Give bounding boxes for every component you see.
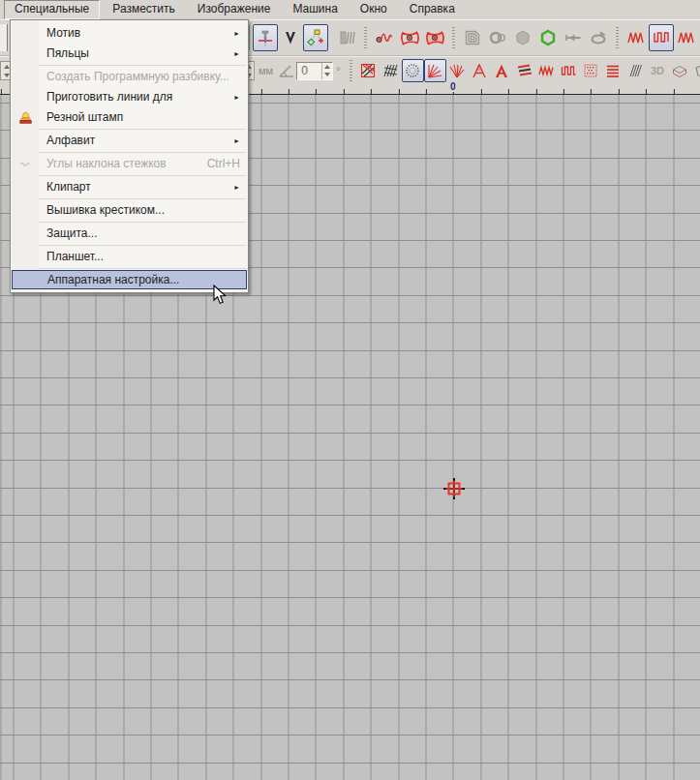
- angle-icon: [277, 62, 296, 79]
- menu-item-tablet[interactable]: Планшет...: [11, 247, 248, 267]
- special-menu-popup: Мотив ► Пяльцы ► Создать Программную раз…: [10, 19, 249, 293]
- thin-hatch-button[interactable]: [624, 59, 647, 82]
- letter-a-outline-button[interactable]: [469, 59, 491, 82]
- cross-hatch-dark-icon: [381, 62, 399, 79]
- submenu-arrow-icon: ►: [233, 177, 240, 197]
- menu-item-stitch-angles: Углы наклона стежков Ctrl+H: [11, 154, 248, 174]
- square-wave-button[interactable]: [649, 24, 674, 51]
- degree-label: °: [336, 65, 340, 76]
- toolbar-gripper: [616, 27, 619, 48]
- dotted-circle-button[interactable]: [402, 59, 424, 82]
- angle-spinner[interactable]: [321, 63, 332, 79]
- menubar-item-arrange[interactable]: Разместить: [103, 0, 185, 19]
- burst-button[interactable]: [446, 59, 469, 82]
- rotate-icon: [589, 28, 608, 47]
- toolbar-gripper: [350, 60, 352, 81]
- cross-hatch-red-button[interactable]: [357, 59, 380, 82]
- dotted-square-icon: [582, 62, 599, 79]
- letter-a-filled-icon: [493, 62, 510, 79]
- menu-item-motif[interactable]: Мотив ►: [11, 23, 248, 44]
- region-filled-icon: [424, 28, 445, 47]
- menu-separator: [13, 222, 246, 223]
- menu-item-carve-stamp[interactable]: Резной штамп: [11, 107, 248, 128]
- submenu-arrow-icon: ►: [233, 87, 240, 107]
- rays-button[interactable]: [424, 59, 446, 82]
- unit-label: мм: [259, 65, 273, 76]
- menu-item-cross-stitch[interactable]: Вышивка крестиком...: [11, 200, 248, 221]
- hexagon-filled-icon: [513, 28, 533, 47]
- needle-transform-icon: [256, 28, 275, 47]
- rays-icon: [426, 62, 443, 79]
- angle-input[interactable]: 0: [296, 62, 333, 80]
- hexagon-filled-button[interactable]: [510, 24, 535, 51]
- menubar-item-window[interactable]: Окно: [350, 0, 397, 19]
- thin-hatch-icon: [626, 62, 644, 79]
- region-filled-button[interactable]: [422, 24, 447, 51]
- letter-a-filled-button[interactable]: [491, 59, 513, 82]
- menu-item-program-split: Создать Программную разбивку...: [11, 67, 248, 87]
- concentric-fill-icon: [463, 28, 482, 47]
- menu-item-hardware-setup[interactable]: Аппаратная настройка...: [12, 270, 247, 289]
- toolbar-edge-button[interactable]: [0, 24, 8, 51]
- needle-point-icon: [281, 28, 300, 47]
- clipped-edge-button[interactable]: [691, 59, 700, 82]
- menu-separator: [13, 175, 246, 176]
- horizontal-lines-button[interactable]: [602, 59, 624, 82]
- burst-icon: [448, 62, 466, 79]
- square-wave-icon: [652, 28, 671, 47]
- rotate-button[interactable]: [586, 24, 611, 51]
- concentric-fill-button[interactable]: [460, 24, 485, 51]
- menubar-item-machine[interactable]: Машина: [283, 0, 347, 19]
- menubar-item-help[interactable]: Справка: [400, 0, 465, 19]
- motif-run-icon: [375, 28, 394, 47]
- toolbar-gripper: [452, 27, 455, 48]
- menu-separator: [13, 129, 246, 130]
- dotted-circle-icon: [404, 62, 421, 79]
- three-d-button[interactable]: 3D: [647, 59, 669, 82]
- ruler-origin-label: 0: [449, 81, 457, 92]
- needle-transform-button[interactable]: [253, 24, 278, 51]
- eyelet-icon: [488, 28, 507, 47]
- toolbar-gripper: [364, 27, 367, 48]
- node-edit-button[interactable]: [303, 24, 328, 51]
- horizontal-lines-icon: [604, 62, 622, 79]
- hexagon-outline-button[interactable]: [535, 24, 561, 51]
- dotted-square-button[interactable]: [580, 59, 602, 82]
- slant-stripes-icon: [515, 62, 533, 79]
- cross-hatch-dark-button[interactable]: [380, 59, 402, 82]
- submenu-arrow-icon: ►: [233, 23, 240, 44]
- zigzag-dense-button[interactable]: [624, 24, 649, 51]
- angle-value: 0: [297, 64, 321, 77]
- menu-separator: [13, 152, 246, 153]
- arrow-left-icon: [563, 28, 583, 47]
- slant-stripes-button[interactable]: [513, 59, 535, 82]
- arrow-left-button[interactable]: [561, 24, 586, 51]
- lamella-icon: [337, 28, 356, 47]
- zigzag-clipped-button[interactable]: [674, 24, 699, 51]
- needle-point-button[interactable]: [278, 24, 303, 51]
- region-outline-button[interactable]: [397, 24, 422, 51]
- application-window: Специальные Разместить Изображение Машин…: [0, 0, 700, 780]
- menubar-item-special[interactable]: Специальные: [4, 0, 100, 19]
- menu-item-alphabet[interactable]: Алфавит ►: [11, 131, 248, 151]
- mouse-cursor: [213, 285, 228, 306]
- envelope-button[interactable]: [669, 59, 691, 82]
- menu-item-protection[interactable]: Защита...: [11, 224, 248, 244]
- menubar-item-image[interactable]: Изображение: [188, 0, 281, 19]
- eyelet-button[interactable]: [485, 24, 510, 51]
- clipped-icon: [693, 62, 700, 79]
- motif-run-button[interactable]: [372, 24, 397, 51]
- zigzag-w-button[interactable]: [535, 59, 558, 82]
- menu-bar: Специальные Разместить Изображение Машин…: [0, 0, 700, 19]
- submenu-arrow-icon: ►: [233, 44, 240, 64]
- node-edit-icon: [306, 28, 325, 47]
- menu-item-prepare-lines[interactable]: Приготовить линии для ►: [11, 87, 248, 107]
- menu-item-hoops[interactable]: Пяльцы ►: [11, 44, 248, 64]
- zigzag-dense-icon: [626, 28, 646, 47]
- menu-separator: [13, 245, 246, 246]
- cross-hatch-red-icon: [359, 62, 377, 79]
- menu-item-clipart[interactable]: Клипарт ►: [11, 177, 248, 197]
- letter-a-outline-icon: [471, 62, 488, 79]
- square-wave-uu-button[interactable]: [558, 59, 580, 82]
- hoop-center-marker: [441, 476, 467, 501]
